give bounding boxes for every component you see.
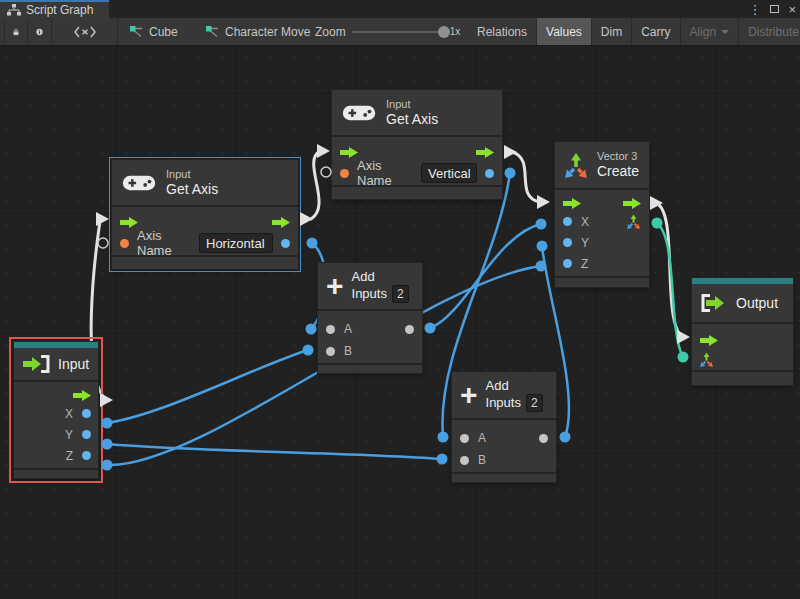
info-button[interactable] <box>28 18 52 45</box>
vector3-out-port[interactable] <box>626 214 641 229</box>
wire-getaxis-horizontal-to-getaxis-vertical[interactable] <box>311 151 320 219</box>
node-footer <box>332 187 502 199</box>
carry-toggle[interactable]: Carry <box>632 18 680 45</box>
flow-out-port[interactable] <box>73 387 91 398</box>
node-get-axis-horizontal[interactable]: Input Get Axis Axis Name <box>112 160 298 269</box>
flow-in-port[interactable] <box>120 214 138 225</box>
tab-label: Script Graph <box>26 3 93 17</box>
output-icon <box>700 294 728 312</box>
values-toggle[interactable]: Values <box>537 18 592 45</box>
node-header[interactable]: Input Get Axis <box>112 160 298 205</box>
node-title: Output <box>736 295 778 312</box>
input-b-port[interactable] <box>460 456 469 465</box>
vector3-in-port[interactable] <box>699 352 714 367</box>
node-header[interactable]: Output <box>692 284 793 322</box>
node-header[interactable]: Input <box>14 348 98 380</box>
graph-canvas[interactable]: Input Get Axis Axis Name <box>0 46 800 599</box>
node-add-bottom[interactable]: + Add Inputs 2 A B <box>452 372 556 482</box>
zoom-slider[interactable] <box>352 31 444 33</box>
node-add-top[interactable]: + Add Inputs 2 A B <box>318 263 422 373</box>
flow-in-port[interactable] <box>340 144 358 155</box>
node-header[interactable]: Input Get Axis <box>332 90 502 135</box>
input-icon <box>22 355 50 373</box>
flow-in-port[interactable] <box>563 195 581 206</box>
node-input[interactable]: Input X Y Z <box>14 342 98 478</box>
wire-input-y-to-add2-b[interactable] <box>107 444 442 459</box>
x-out-port[interactable] <box>82 409 91 418</box>
inputs-count-field[interactable]: 2 <box>526 394 543 412</box>
vector3-mini-icon <box>699 352 714 367</box>
string-in-port[interactable] <box>120 239 129 248</box>
lock-button[interactable] <box>4 18 28 45</box>
port-label: Y <box>65 428 73 442</box>
sum-out-port[interactable] <box>405 325 414 334</box>
zoom-control: Zoom 1x <box>315 18 460 45</box>
flow-out-port[interactable] <box>272 214 290 225</box>
axis-name-field[interactable] <box>421 163 477 183</box>
string-in-port[interactable] <box>340 169 349 178</box>
flow-in-port[interactable] <box>700 332 718 343</box>
x-in-port[interactable] <box>563 217 572 226</box>
wire-getaxis-vertical-to-vector3[interactable] <box>512 152 540 202</box>
input-b-port[interactable] <box>326 347 335 356</box>
code-view-button[interactable] <box>52 18 118 45</box>
dim-toggle[interactable]: Dim <box>592 18 632 45</box>
node-category: Input <box>386 98 438 111</box>
node-output[interactable]: Output <box>692 278 793 385</box>
node-vector3-create[interactable]: Vector 3 Create X <box>555 142 649 287</box>
z-in-port[interactable] <box>563 259 572 268</box>
input-a-port[interactable] <box>460 434 469 443</box>
zoom-slider-handle[interactable] <box>438 26 450 38</box>
node-footer <box>452 474 556 482</box>
maximize-icon[interactable] <box>770 5 779 13</box>
window-controls: ⋮ × <box>748 0 796 18</box>
wire-add1-to-vector3-x[interactable] <box>430 224 541 328</box>
port-label: Y <box>581 236 589 250</box>
port-label: A <box>344 322 396 336</box>
port-label: Z <box>66 449 73 463</box>
input-a-port[interactable] <box>326 325 335 334</box>
node-footer <box>555 278 649 287</box>
node-footer <box>14 470 98 478</box>
info-icon <box>36 25 43 39</box>
flow-out-port[interactable] <box>623 195 641 206</box>
value-out-port[interactable] <box>281 239 290 248</box>
y-out-port[interactable] <box>82 430 91 439</box>
titlebar: Script Graph ⋮ × <box>0 0 800 18</box>
z-out-port[interactable] <box>82 451 91 460</box>
graph-icon <box>7 4 21 16</box>
wire-input-x-to-add1-b[interactable] <box>107 350 308 423</box>
toolbar: Cube Character Move Zoom 1x Relations Va… <box>0 18 800 46</box>
node-title: Get Axis <box>166 181 218 198</box>
node-title: Create <box>597 163 639 180</box>
align-dropdown[interactable]: Align <box>681 18 740 45</box>
sum-out-port[interactable] <box>539 434 548 443</box>
node-category: Vector 3 <box>597 150 639 163</box>
inputs-label: Inputs <box>352 286 387 302</box>
chevron-down-icon <box>721 30 729 34</box>
wire-vector3-to-output[interactable] <box>656 203 682 337</box>
node-title: Add <box>352 269 409 285</box>
port-label: X <box>581 215 617 229</box>
unity-visual-scripting-window: Script Graph ⋮ × <box>0 0 800 599</box>
node-header[interactable]: + Add Inputs 2 <box>318 263 422 309</box>
value-out-port[interactable] <box>485 169 494 178</box>
node-header[interactable]: + Add Inputs 2 <box>452 372 556 418</box>
node-header[interactable]: Vector 3 Create <box>555 142 649 188</box>
breadcrumb-graph-character-move[interactable]: Character Move <box>206 18 310 45</box>
close-icon[interactable]: × <box>788 3 796 16</box>
distribute-dropdown[interactable]: Distribute <box>739 18 800 45</box>
axis-name-field[interactable] <box>199 233 273 253</box>
menu-icon[interactable]: ⋮ <box>748 3 761 16</box>
y-in-port[interactable] <box>563 238 572 247</box>
breadcrumb-graph-cube[interactable]: Cube <box>130 18 178 45</box>
node-get-axis-vertical[interactable]: Input Get Axis Axis Name <box>332 90 502 199</box>
tab-script-graph[interactable]: Script Graph <box>0 0 109 18</box>
relations-toggle[interactable]: Relations <box>468 18 537 45</box>
subgraph-icon <box>130 26 143 37</box>
inputs-count-field[interactable]: 2 <box>392 285 409 303</box>
breadcrumb-label: Character Move <box>225 25 310 39</box>
node-category: Input <box>166 168 218 181</box>
flow-out-port[interactable] <box>476 144 494 155</box>
port-label: A <box>478 431 530 445</box>
